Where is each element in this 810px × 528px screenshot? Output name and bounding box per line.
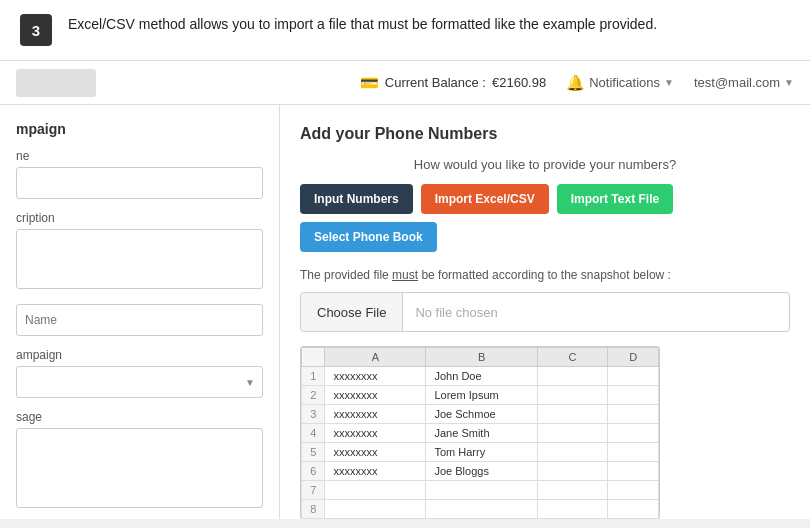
- cell-b: Tom Harry: [426, 443, 537, 462]
- header-rownum: [302, 348, 325, 367]
- section-title: Add your Phone Numbers: [300, 125, 790, 143]
- row-number: 1: [302, 367, 325, 386]
- cell-b: Lorem Ipsum: [426, 386, 537, 405]
- campaign-select-wrapper: ▼: [16, 366, 263, 398]
- table-row: 5 xxxxxxxx Tom Harry: [302, 443, 659, 462]
- campaign-select-group: ampaign ▼: [16, 348, 263, 398]
- file-instruction: The provided file must be formatted acco…: [300, 268, 790, 282]
- table-row: 4 xxxxxxxx Jane Smith: [302, 424, 659, 443]
- row-number: 8: [302, 500, 325, 519]
- row-number: 7: [302, 481, 325, 500]
- cell-c: [537, 405, 608, 424]
- cell-c: [537, 481, 608, 500]
- table-row: 8: [302, 500, 659, 519]
- cell-a: [325, 500, 426, 519]
- name-input[interactable]: [16, 167, 263, 199]
- message-field-group: sage: [16, 410, 263, 511]
- left-sidebar: mpaign ne cription ampaign ▼ sage: [0, 105, 280, 519]
- right-content: Add your Phone Numbers How would you lik…: [280, 105, 810, 519]
- cell-d: [608, 500, 659, 519]
- cell-d: [608, 481, 659, 500]
- table-row: 7: [302, 481, 659, 500]
- cell-b: Jane Smith: [426, 424, 537, 443]
- logo-placeholder: [16, 69, 96, 97]
- notifications-label: Notifications: [589, 75, 660, 90]
- table-row: 6 xxxxxxxx Joe Bloggs: [302, 462, 659, 481]
- message-label: sage: [16, 410, 263, 424]
- sender-name-input[interactable]: [16, 304, 263, 336]
- row-number: 5: [302, 443, 325, 462]
- description-textarea[interactable]: [16, 229, 263, 289]
- row-number: 6: [302, 462, 325, 481]
- campaign-select[interactable]: [16, 366, 263, 398]
- balance-label: Current Balance :: [385, 75, 486, 90]
- balance-value: €2160.98: [492, 75, 546, 90]
- main-layout: mpaign ne cription ampaign ▼ sage: [0, 105, 810, 519]
- user-menu[interactable]: test@mail.com ▼: [694, 75, 794, 90]
- sender-name-field-group: [16, 304, 263, 336]
- cell-a: xxxxxxxx: [325, 405, 426, 424]
- cell-d: [608, 405, 659, 424]
- cell-a: xxxxxxxx: [325, 367, 426, 386]
- table-row: 2 xxxxxxxx Lorem Ipsum: [302, 386, 659, 405]
- cell-d: [608, 443, 659, 462]
- input-numbers-button[interactable]: Input Numbers: [300, 184, 413, 214]
- method-button-group: Input Numbers Import Excel/CSV Import Te…: [300, 184, 790, 252]
- name-field-group: ne: [16, 149, 263, 199]
- cell-b: Joe Bloggs: [426, 462, 537, 481]
- row-number: 4: [302, 424, 325, 443]
- cell-d: [608, 367, 659, 386]
- cell-a: xxxxxxxx: [325, 462, 426, 481]
- description-label: cription: [16, 211, 263, 225]
- step-banner: 3 Excel/CSV method allows you to import …: [0, 0, 810, 61]
- header-col-c: C: [537, 348, 608, 367]
- cell-c: [537, 386, 608, 405]
- spreadsheet-preview: A B C D 1 xxxxxxxx John Doe 2 xxxxxxxx L…: [300, 346, 660, 519]
- cell-b: [426, 500, 537, 519]
- campaign-select-label: ampaign: [16, 348, 263, 362]
- table-row: 1 xxxxxxxx John Doe: [302, 367, 659, 386]
- header-col-d: D: [608, 348, 659, 367]
- name-label: ne: [16, 149, 263, 163]
- cell-a: xxxxxxxx: [325, 386, 426, 405]
- choose-file-button[interactable]: Choose File: [301, 293, 403, 331]
- select-phone-book-button[interactable]: Select Phone Book: [300, 222, 437, 252]
- cell-a: xxxxxxxx: [325, 424, 426, 443]
- row-number: 2: [302, 386, 325, 405]
- cell-a: [325, 481, 426, 500]
- user-email-label: test@mail.com: [694, 75, 780, 90]
- cell-d: [608, 386, 659, 405]
- cell-b: John Doe: [426, 367, 537, 386]
- cell-d: [608, 424, 659, 443]
- cell-d: [608, 462, 659, 481]
- header-col-a: A: [325, 348, 426, 367]
- balance-section: 💳 Current Balance : €2160.98: [360, 74, 546, 92]
- cell-c: [537, 424, 608, 443]
- description-field-group: cription: [16, 211, 263, 292]
- header-col-b: B: [426, 348, 537, 367]
- cell-b: [426, 481, 537, 500]
- credit-card-icon: 💳: [360, 74, 379, 92]
- cell-b: Joe Schmoe: [426, 405, 537, 424]
- cell-c: [537, 443, 608, 462]
- top-nav: 💳 Current Balance : €2160.98 🔔 Notificat…: [0, 61, 810, 105]
- spreadsheet-table: A B C D 1 xxxxxxxx John Doe 2 xxxxxxxx L…: [301, 347, 659, 519]
- table-row: 3 xxxxxxxx Joe Schmoe: [302, 405, 659, 424]
- file-input-row: Choose File No file chosen: [300, 292, 790, 332]
- import-excel-button[interactable]: Import Excel/CSV: [421, 184, 549, 214]
- cell-c: [537, 367, 608, 386]
- bell-icon: 🔔: [566, 74, 585, 92]
- row-number: 3: [302, 405, 325, 424]
- cell-c: [537, 462, 608, 481]
- step-description: Excel/CSV method allows you to import a …: [68, 14, 657, 35]
- chevron-down-icon: ▼: [784, 77, 794, 88]
- question-text: How would you like to provide your numbe…: [300, 157, 790, 172]
- chevron-down-icon: ▼: [664, 77, 674, 88]
- import-text-button[interactable]: Import Text File: [557, 184, 673, 214]
- campaign-section-title: mpaign: [16, 121, 263, 137]
- message-textarea[interactable]: [16, 428, 263, 508]
- step-number: 3: [20, 14, 52, 46]
- no-file-label: No file chosen: [403, 305, 789, 320]
- notifications-dropdown[interactable]: 🔔 Notifications ▼: [566, 74, 674, 92]
- cell-a: xxxxxxxx: [325, 443, 426, 462]
